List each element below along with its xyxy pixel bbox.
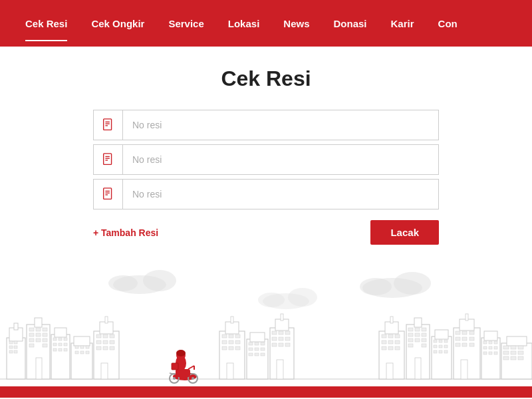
svg-rect-155 — [456, 331, 460, 334]
svg-rect-102 — [275, 319, 289, 331]
svg-point-14 — [108, 275, 138, 291]
svg-point-16 — [394, 272, 431, 295]
svg-rect-24 — [14, 323, 18, 330]
svg-rect-22 — [7, 338, 25, 379]
svg-rect-138 — [408, 344, 413, 347]
svg-rect-88 — [235, 346, 240, 350]
svg-rect-184 — [503, 356, 509, 360]
svg-rect-174 — [489, 352, 492, 354]
svg-rect-80 — [222, 334, 227, 338]
svg-rect-124 — [388, 346, 393, 350]
svg-rect-134 — [422, 333, 426, 336]
nav-item-cek-resi[interactable]: Cek Resi — [13, 0, 79, 47]
nav-item-service[interactable]: Service — [156, 0, 215, 47]
svg-rect-26 — [14, 341, 17, 344]
lacak-button[interactable]: Lacak — [370, 220, 439, 245]
svg-rect-126 — [386, 363, 393, 379]
svg-rect-91 — [250, 332, 265, 342]
svg-rect-57 — [74, 336, 90, 346]
svg-rect-52 — [64, 343, 67, 346]
svg-rect-100 — [261, 353, 265, 356]
svg-rect-98 — [249, 353, 253, 356]
svg-rect-73 — [96, 346, 101, 350]
resi-input-3[interactable] — [123, 182, 438, 206]
svg-rect-45 — [51, 334, 70, 379]
svg-rect-67 — [96, 334, 101, 338]
svg-rect-83 — [222, 340, 227, 344]
add-resi-button[interactable]: + Tambah Resi — [93, 227, 158, 238]
svg-rect-141 — [432, 336, 452, 379]
svg-rect-115 — [385, 322, 398, 334]
svg-rect-146 — [434, 345, 437, 348]
svg-rect-69 — [110, 334, 114, 338]
svg-rect-130 — [415, 328, 420, 331]
svg-rect-35 — [43, 328, 47, 331]
svg-rect-186 — [518, 356, 523, 360]
svg-rect-71 — [103, 340, 108, 344]
tracking-form: + Tambah Resi Lacak — [93, 110, 439, 245]
svg-rect-177 — [507, 336, 527, 346]
svg-point-195 — [176, 350, 186, 356]
svg-rect-154 — [466, 314, 468, 321]
resi-input-2[interactable] — [123, 148, 438, 172]
svg-rect-128 — [414, 318, 422, 327]
svg-rect-183 — [518, 351, 523, 354]
svg-rect-157 — [469, 331, 474, 334]
svg-point-13 — [143, 270, 176, 291]
svg-rect-93 — [255, 342, 259, 345]
svg-rect-185 — [511, 356, 516, 360]
svg-rect-8 — [103, 188, 111, 200]
nav-item-lokasi[interactable]: Lokasi — [216, 0, 272, 47]
svg-rect-166 — [484, 331, 497, 340]
svg-point-17 — [360, 278, 392, 295]
svg-rect-65 — [100, 322, 113, 334]
svg-rect-105 — [279, 331, 283, 334]
svg-rect-135 — [408, 338, 413, 342]
svg-rect-150 — [439, 350, 442, 353]
svg-rect-178 — [503, 346, 509, 349]
nav-item-karir[interactable]: Karir — [379, 0, 426, 47]
svg-rect-44 — [36, 358, 42, 379]
nav-item-donasi[interactable]: Donasi — [322, 0, 379, 47]
svg-rect-145 — [444, 340, 448, 342]
svg-rect-103 — [281, 314, 283, 321]
svg-rect-51 — [59, 343, 62, 346]
svg-rect-89 — [227, 363, 233, 379]
page-title: Cek Resi — [13, 66, 519, 91]
nav-item-cek-ongkir[interactable]: Cek Ongkir — [79, 0, 156, 47]
svg-rect-133 — [415, 333, 420, 336]
svg-rect-161 — [456, 343, 460, 346]
svg-rect-63 — [86, 351, 89, 354]
svg-rect-181 — [503, 351, 509, 354]
svg-rect-61 — [75, 351, 78, 354]
resi-input-row-1 — [93, 110, 439, 140]
nav-item-con[interactable]: Con — [426, 0, 469, 47]
svg-rect-96 — [255, 348, 259, 350]
svg-rect-108 — [279, 337, 283, 340]
svg-rect-4 — [103, 154, 111, 165]
svg-rect-112 — [285, 343, 290, 346]
svg-rect-107 — [272, 337, 277, 340]
nav-item-news[interactable]: News — [271, 0, 321, 47]
svg-rect-32 — [35, 318, 42, 327]
svg-rect-27 — [9, 346, 13, 348]
svg-rect-170 — [483, 346, 487, 349]
svg-point-191 — [173, 377, 176, 380]
main-content: Cek Resi — [0, 47, 532, 251]
svg-rect-149 — [434, 350, 437, 353]
svg-rect-118 — [388, 334, 393, 338]
svg-rect-109 — [285, 337, 290, 340]
svg-rect-85 — [235, 340, 240, 344]
svg-rect-43 — [43, 344, 47, 347]
svg-rect-159 — [462, 337, 467, 340]
svg-rect-42 — [29, 344, 34, 347]
svg-rect-87 — [229, 346, 233, 350]
svg-rect-37 — [36, 333, 41, 336]
svg-rect-47 — [53, 338, 57, 340]
svg-rect-137 — [422, 338, 426, 342]
svg-rect-92 — [249, 342, 253, 345]
svg-rect-131 — [422, 328, 426, 331]
svg-rect-81 — [229, 334, 233, 338]
svg-rect-74 — [103, 346, 108, 350]
resi-input-1[interactable] — [123, 113, 438, 137]
